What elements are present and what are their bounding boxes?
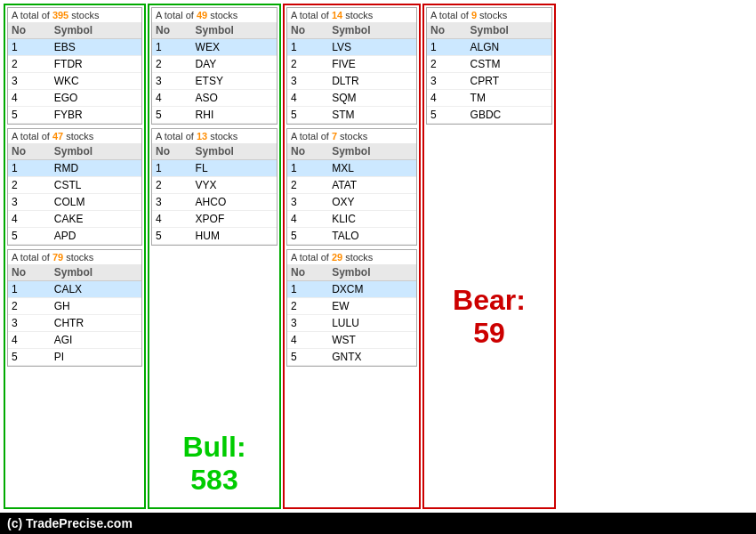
col-no: No bbox=[8, 143, 51, 160]
row-no: 1 bbox=[152, 160, 192, 177]
bull-mid-section-2-header: A total of 13 stocks bbox=[152, 129, 277, 143]
row-no: 5 bbox=[8, 349, 51, 366]
row-no: 5 bbox=[152, 107, 192, 124]
row-no: 4 bbox=[287, 90, 328, 107]
row-symbol: HUM bbox=[192, 228, 277, 245]
bear-right-table-1: NoSymbol 1ALGN2CSTM3CPRT4TM5GBDC bbox=[427, 22, 551, 124]
bull-section-2-header: A total of 47 stocks bbox=[8, 129, 141, 143]
row-symbol: KLIC bbox=[328, 211, 416, 228]
row-no: 2 bbox=[427, 56, 467, 73]
row-symbol: PI bbox=[51, 349, 141, 366]
bear-table-2: NoSymbol 1MXL2ATAT3OXY4KLIC5TALO bbox=[287, 143, 416, 245]
bull-count-2: 47 bbox=[52, 131, 63, 142]
bear-table-3: NoSymbol 1DXCM2EW3LULU4WST5GNTX bbox=[287, 264, 416, 366]
bear-section-3-header: A total of 29 stocks bbox=[287, 250, 416, 264]
row-no: 2 bbox=[8, 56, 51, 73]
bull-section-2: A total of 47 stocks NoSymbol 1RMD2CSTL3… bbox=[7, 128, 142, 246]
bear-right-section-1: A total of 9 stocks NoSymbol 1ALGN2CSTM3… bbox=[426, 7, 552, 125]
bear-section-2-header: A total of 7 stocks bbox=[287, 129, 416, 143]
bull-mid-count-1: 49 bbox=[197, 10, 207, 20]
bull-section-1: A total of 395 stocks NoSymbol 1EBS2FTDR… bbox=[7, 7, 142, 125]
row-no: 5 bbox=[427, 107, 467, 124]
bull-section-1-header: A total of 395 stocks bbox=[8, 8, 141, 22]
row-no: 4 bbox=[152, 90, 192, 107]
bull-label: Bull: 583 bbox=[151, 422, 277, 506]
col-symbol: Symbol bbox=[51, 264, 141, 281]
row-no: 1 bbox=[8, 160, 51, 177]
bull-table-1: NoSymbol 1EBS2FTDR3WKC4EGO5FYBR bbox=[8, 22, 141, 124]
bull-mid-panel: A total of 49 stocks NoSymbol 1WEX2DAY3E… bbox=[148, 4, 281, 509]
row-symbol: CAKE bbox=[51, 211, 141, 228]
row-no: 3 bbox=[8, 315, 51, 332]
bear-right-count-1: 9 bbox=[471, 10, 477, 20]
row-no: 3 bbox=[152, 73, 192, 90]
row-symbol: WKC bbox=[51, 73, 141, 90]
bull-mid-count-2: 13 bbox=[197, 131, 207, 142]
row-symbol: ATAT bbox=[328, 177, 416, 194]
row-symbol: CHTR bbox=[51, 315, 141, 332]
col-symbol: Symbol bbox=[328, 22, 416, 39]
bull-mid-section-2: A total of 13 stocks NoSymbol 1FL2VYX3AH… bbox=[151, 128, 277, 246]
row-symbol: LULU bbox=[328, 315, 416, 332]
row-no: 3 bbox=[427, 73, 467, 90]
row-symbol: GBDC bbox=[467, 107, 551, 124]
row-no: 5 bbox=[8, 107, 51, 124]
row-no: 2 bbox=[8, 298, 51, 315]
row-no: 1 bbox=[287, 281, 328, 298]
row-symbol: CALX bbox=[51, 281, 141, 298]
row-no: 2 bbox=[8, 177, 51, 194]
bear-section-1: A total of 14 stocks NoSymbol 1LVS2FIVE3… bbox=[286, 7, 417, 125]
row-no: 4 bbox=[287, 332, 328, 349]
col-no: No bbox=[8, 264, 51, 281]
row-symbol: GH bbox=[51, 298, 141, 315]
row-no: 1 bbox=[152, 39, 192, 56]
row-symbol: OXY bbox=[328, 194, 416, 211]
row-no: 3 bbox=[287, 315, 328, 332]
bull-count-3: 79 bbox=[52, 252, 63, 263]
row-symbol: AGI bbox=[51, 332, 141, 349]
col-symbol: Symbol bbox=[51, 22, 141, 39]
bull-mid-section-1: A total of 49 stocks NoSymbol 1WEX2DAY3E… bbox=[151, 7, 277, 125]
bear-section-1-header: A total of 14 stocks bbox=[287, 8, 416, 22]
bear-section-3: A total of 29 stocks NoSymbol 1DXCM2EW3L… bbox=[286, 249, 417, 367]
row-symbol: CSTL bbox=[51, 177, 141, 194]
row-symbol: COLM bbox=[51, 194, 141, 211]
row-no: 2 bbox=[287, 56, 328, 73]
bear-table-1: NoSymbol 1LVS2FIVE3DLTR4SQM5STM bbox=[287, 22, 416, 124]
bull-label-area: Bull: 583 bbox=[151, 249, 277, 506]
row-symbol: TM bbox=[467, 90, 551, 107]
row-symbol: FL bbox=[192, 160, 277, 177]
col-no: No bbox=[152, 22, 192, 39]
row-no: 3 bbox=[152, 194, 192, 211]
row-no: 4 bbox=[287, 211, 328, 228]
col-symbol: Symbol bbox=[328, 143, 416, 160]
row-no: 5 bbox=[287, 107, 328, 124]
row-no: 1 bbox=[8, 281, 51, 298]
row-symbol: WEX bbox=[192, 39, 277, 56]
row-symbol: RHI bbox=[192, 107, 277, 124]
row-no: 3 bbox=[8, 73, 51, 90]
bull-mid-table-2: NoSymbol 1FL2VYX3AHCO4XPOF5HUM bbox=[152, 143, 277, 245]
row-no: 5 bbox=[287, 228, 328, 245]
bull-count-1: 395 bbox=[52, 10, 68, 20]
row-symbol: WST bbox=[328, 332, 416, 349]
col-no: No bbox=[287, 264, 328, 281]
col-symbol: Symbol bbox=[51, 143, 141, 160]
row-no: 4 bbox=[8, 90, 51, 107]
col-no: No bbox=[287, 22, 328, 39]
col-no: No bbox=[152, 143, 192, 160]
bear-count-3: 29 bbox=[332, 252, 342, 263]
row-no: 3 bbox=[287, 73, 328, 90]
row-no: 3 bbox=[287, 194, 328, 211]
row-symbol: TALO bbox=[328, 228, 416, 245]
footer-text: (c) TradePrecise.com bbox=[7, 516, 133, 530]
bear-section-2: A total of 7 stocks NoSymbol 1MXL2ATAT3O… bbox=[286, 128, 417, 246]
col-symbol: Symbol bbox=[192, 143, 277, 160]
row-symbol: STM bbox=[328, 107, 416, 124]
col-symbol: Symbol bbox=[328, 264, 416, 281]
row-symbol: DXCM bbox=[328, 281, 416, 298]
row-no: 5 bbox=[287, 349, 328, 366]
row-symbol: AHCO bbox=[192, 194, 277, 211]
row-no: 1 bbox=[287, 160, 328, 177]
bull-mid-table-1: NoSymbol 1WEX2DAY3ETSY4ASO5RHI bbox=[152, 22, 277, 124]
